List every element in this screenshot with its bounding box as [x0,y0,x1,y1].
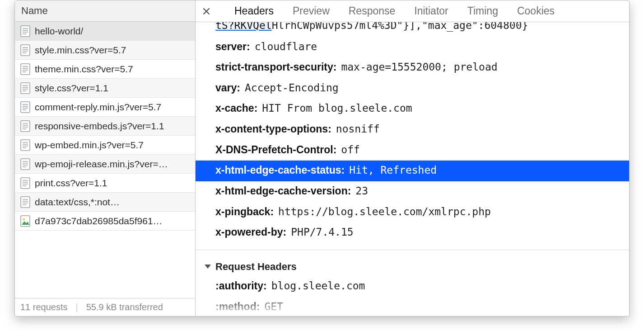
request-header-row[interactable]: :authority:blog.sleele.com [196,276,629,297]
header-name: x-html-edge-cache-version: [215,185,351,197]
response-header-row[interactable]: strict-transport-security:max-age=155520… [196,57,629,78]
header-name: X-DNS-Prefetch-Control: [215,144,336,156]
status-request-count: 11 requests [20,302,68,312]
document-file-icon [20,158,30,170]
tab-preview[interactable]: Preview [293,1,330,21]
request-row[interactable]: hello-world/ [15,22,195,41]
document-file-icon [20,44,30,56]
header-name: x-cache: [215,102,257,114]
request-row[interactable]: data:text/css,*:not… [15,193,195,212]
response-header-row[interactable]: vary:Accept-Encoding [196,78,629,99]
document-file-icon [20,82,30,94]
request-name: comment-reply.min.js?ver=5.7 [35,102,161,113]
tab-cookies[interactable]: Cookies [517,1,555,21]
request-detail-panel: HeadersPreviewResponseInitiatorTimingCoo… [196,0,629,316]
request-name: responsive-embeds.js?ver=1.1 [35,121,164,132]
status-bar: 11 requests | 55.9 kB transferred [15,298,195,316]
header-name: strict-transport-security: [215,61,336,73]
request-row[interactable]: style.css?ver=1.1 [15,79,195,98]
column-header-name[interactable]: Name [15,0,195,22]
request-name: wp-emoji-release.min.js?ver=… [35,159,168,170]
close-icon[interactable] [200,5,213,18]
response-header-row[interactable]: x-content-type-options:nosniff [196,119,629,140]
request-row[interactable]: print.css?ver=1.1 [15,174,195,193]
tab-response[interactable]: Response [349,1,396,21]
header-value: nosniff [336,123,380,135]
headers-content: tS?RKVQelHlrhCWpWuvps57ml4%3D"}],"max_ag… [196,22,629,316]
devtools-network-panel: Name hello-world/style.min.css?ver=5.7th… [14,0,630,317]
response-header-row[interactable]: x-powered-by:PHP/7.4.15 [196,222,629,243]
request-name: theme.min.css?ver=5.7 [35,64,133,75]
request-header-row[interactable]: :method:GET [196,297,629,316]
divider: | [76,302,78,312]
request-row[interactable]: wp-embed.min.js?ver=5.7 [15,136,195,155]
section-request-headers[interactable]: Request Headers [196,250,629,276]
tab-timing[interactable]: Timing [467,1,498,21]
document-file-icon [20,139,30,151]
header-name: x-html-edge-cache-status: [215,164,345,176]
request-row[interactable]: theme.min.css?ver=5.7 [15,60,195,79]
document-file-icon [20,177,30,189]
document-file-icon [20,63,30,75]
header-name: :method: [215,301,260,312]
header-value: Accept-Encoding [245,82,339,94]
tab-headers[interactable]: Headers [234,1,274,21]
request-name: style.min.css?ver=5.7 [35,45,126,56]
header-name: x-pingback: [215,206,274,218]
document-file-icon [20,120,30,132]
header-name: x-content-type-options: [215,123,331,135]
detail-tabs: HeadersPreviewResponseInitiatorTimingCoo… [196,0,629,22]
header-value: 23 [355,185,368,197]
header-value: https://blog.sleele.com/xmlrpc.php [278,206,491,218]
document-file-icon [20,25,30,37]
header-value: blog.sleele.com [271,280,365,292]
header-name: :authority: [215,280,267,292]
header-value: cloudflare [255,41,317,52]
status-transferred: 55.9 kB transferred [86,302,163,312]
response-header-row[interactable]: X-DNS-Prefetch-Control:off [196,140,629,161]
request-name: hello-world/ [35,26,83,37]
request-row[interactable]: comment-reply.min.js?ver=5.7 [15,98,195,117]
request-list-panel: Name hello-world/style.min.css?ver=5.7th… [15,0,196,316]
header-name: x-powered-by: [215,226,286,238]
response-header-row[interactable]: x-html-edge-cache-status:Hit, Refreshed [196,161,629,181]
request-name: data:text/css,*:not… [35,197,120,208]
request-list: hello-world/style.min.css?ver=5.7theme.m… [15,22,195,298]
header-value: HIT From blog.sleele.com [262,102,412,114]
image-file-icon [20,215,30,227]
request-name: wp-embed.min.js?ver=5.7 [35,140,144,151]
raw-header-fragment: tS?RKVQelHlrhCWpWuvps57ml4%3D"}],"max_ag… [196,22,629,37]
header-value: Hit, Refreshed [349,164,437,176]
document-file-icon [20,196,30,208]
document-file-icon [20,101,30,113]
tab-initiator[interactable]: Initiator [414,1,448,21]
request-row[interactable]: d7a973c7dab26985da5f961… [15,212,195,231]
header-name: server: [215,41,250,52]
request-name: style.css?ver=1.1 [35,83,108,94]
response-header-row[interactable]: server:cloudflare [196,37,629,58]
response-header-row[interactable]: x-pingback:https://blog.sleele.com/xmlrp… [196,202,629,223]
request-row[interactable]: responsive-embeds.js?ver=1.1 [15,117,195,136]
request-row[interactable]: wp-emoji-release.min.js?ver=… [15,155,195,174]
request-name: print.css?ver=1.1 [35,178,107,189]
request-name: d7a973c7dab26985da5f961… [35,216,163,227]
header-value: GET [264,301,283,312]
header-value: off [341,144,360,156]
section-title-text: Request Headers [215,261,297,273]
chevron-down-icon [205,265,211,269]
request-row[interactable]: style.min.css?ver=5.7 [15,41,195,60]
header-value: PHP/7.4.15 [291,226,353,238]
response-header-row[interactable]: x-cache:HIT From blog.sleele.com [196,99,629,119]
header-value: max-age=15552000; preload [341,61,497,73]
header-name: vary: [215,82,240,94]
response-header-row[interactable]: x-html-edge-cache-version:23 [196,181,629,202]
